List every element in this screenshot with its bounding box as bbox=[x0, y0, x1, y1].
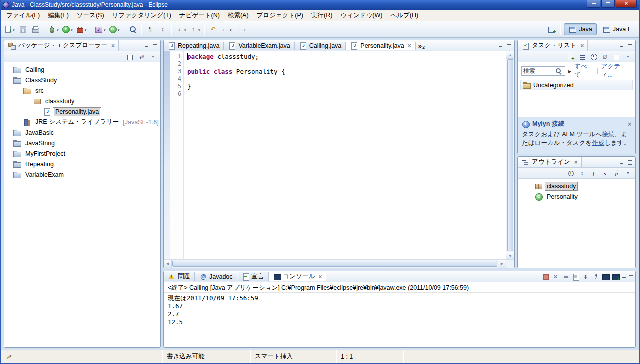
tree-item-jre-library[interactable]: JRE システム・ライブラリー[JavaSE-1.6] bbox=[4, 117, 160, 128]
last-edit-location-button[interactable] bbox=[208, 24, 220, 36]
view-menu-button[interactable] bbox=[624, 52, 633, 62]
menu-run[interactable]: 実行(R) bbox=[308, 10, 336, 22]
outline-tab[interactable]: アウトライン bbox=[518, 157, 582, 168]
minimize-editor-button[interactable] bbox=[498, 44, 504, 48]
forward-button[interactable] bbox=[234, 24, 248, 36]
minimize-view-button[interactable] bbox=[620, 160, 624, 165]
minimize-view-button[interactable] bbox=[622, 274, 627, 280]
scroll-down-arrow-icon[interactable] bbox=[506, 252, 514, 260]
focus-button[interactable] bbox=[566, 168, 576, 178]
tree-item-repeating[interactable]: Repeating bbox=[4, 159, 160, 170]
categorized-button[interactable] bbox=[578, 52, 587, 62]
close-view-icon[interactable] bbox=[580, 42, 584, 50]
console-view-tab-javadoc[interactable]: Javadoc bbox=[196, 273, 238, 281]
menu-refactor[interactable]: リファクタリング(T) bbox=[108, 10, 176, 22]
menu-edit[interactable]: 編集(E) bbox=[44, 10, 73, 22]
maximize-view-button[interactable] bbox=[628, 274, 634, 280]
code-area[interactable]: package classstudy; public class Persona… bbox=[184, 52, 506, 260]
scroll-left-arrow-icon[interactable] bbox=[164, 260, 172, 268]
new-task-button[interactable] bbox=[566, 52, 576, 62]
tree-item-variableexam[interactable]: VariableExam bbox=[4, 170, 160, 180]
task-search-box[interactable] bbox=[522, 66, 566, 76]
editor-vertical-scrollbar[interactable] bbox=[506, 52, 514, 260]
package-explorer-tab[interactable]: パッケージ・エクスプローラー bbox=[4, 40, 119, 51]
close-notification-icon[interactable] bbox=[628, 121, 632, 128]
perspective-java-ee[interactable]: Java E bbox=[598, 24, 636, 36]
display-console-button[interactable] bbox=[601, 272, 610, 282]
tree-item-personality-java[interactable]: Personality.java bbox=[4, 106, 160, 117]
clear-console-button[interactable] bbox=[571, 272, 580, 282]
close-view-icon[interactable] bbox=[574, 159, 578, 166]
maximize-window-button[interactable] bbox=[602, 0, 615, 8]
sort-button[interactable] bbox=[578, 168, 587, 178]
maximize-view-button[interactable] bbox=[152, 44, 158, 48]
scroll-lock-button[interactable] bbox=[581, 272, 590, 282]
run-button[interactable] bbox=[61, 24, 74, 36]
editor-tab-variableexam-java[interactable]: VariableExam.java bbox=[224, 42, 294, 50]
save-button[interactable] bbox=[17, 24, 29, 36]
console-output[interactable]: 現在は2011/10/09 17:56:591.672.712.5 bbox=[164, 293, 636, 348]
new-java-project-button[interactable] bbox=[94, 24, 108, 36]
close-tab-icon[interactable] bbox=[318, 274, 322, 280]
vertical-scrollbar-thumb[interactable] bbox=[508, 60, 514, 252]
hide-fields-button[interactable] bbox=[589, 168, 598, 178]
menu-navigate[interactable]: ナビゲート(N) bbox=[176, 10, 224, 22]
show-whitespace-button[interactable] bbox=[144, 24, 156, 36]
close-tab-icon[interactable] bbox=[408, 42, 412, 50]
editor-tab-personality-java[interactable]: Personality.java bbox=[346, 42, 416, 50]
new-class-button[interactable] bbox=[108, 24, 122, 36]
tree-item-javastring[interactable]: JavaString bbox=[4, 138, 160, 148]
tree-item-classstudy-project[interactable]: ClassStudy bbox=[4, 75, 160, 86]
connect-link[interactable]: 接続 bbox=[602, 131, 614, 138]
view-menu-button[interactable] bbox=[624, 168, 633, 178]
tree-item-src[interactable]: src bbox=[4, 86, 160, 96]
next-annotation-button[interactable] bbox=[174, 24, 188, 36]
tree-item-calling[interactable]: Calling bbox=[4, 64, 160, 75]
task-search-input[interactable] bbox=[524, 68, 554, 74]
terminate-button[interactable] bbox=[541, 272, 550, 282]
minimize-view-button[interactable] bbox=[620, 44, 624, 48]
remove-all-launches-button[interactable] bbox=[561, 272, 570, 282]
editor-tab-calling-java[interactable]: Calling.java bbox=[296, 42, 346, 50]
hide-static-button[interactable] bbox=[600, 168, 610, 178]
print-button[interactable] bbox=[30, 24, 42, 36]
editor-tab-overflow[interactable]: 2 bbox=[416, 40, 428, 51]
filter-all-link[interactable]: すべて bbox=[574, 62, 594, 80]
back-button[interactable] bbox=[220, 24, 234, 36]
view-menu-button[interactable] bbox=[148, 52, 158, 62]
debug-button[interactable] bbox=[47, 24, 60, 36]
remove-launch-button[interactable] bbox=[551, 272, 560, 282]
java-search-button[interactable] bbox=[127, 24, 139, 36]
create-link[interactable]: 作成 bbox=[592, 140, 604, 146]
close-view-icon[interactable] bbox=[112, 42, 115, 50]
filter-active-link[interactable]: アクティ... bbox=[602, 62, 632, 80]
outline-item-personality[interactable]: Personality bbox=[518, 192, 636, 202]
console-view-tab-declaration[interactable]: 宣言 bbox=[238, 272, 269, 281]
sort-button[interactable] bbox=[157, 24, 169, 36]
open-console-button[interactable] bbox=[611, 272, 620, 282]
deactivate-button[interactable] bbox=[600, 52, 610, 62]
maximize-editor-button[interactable] bbox=[506, 44, 512, 48]
collapse-all-button[interactable] bbox=[612, 52, 622, 62]
console-view-tab-problems[interactable]: 問題 bbox=[164, 272, 195, 281]
menu-source[interactable]: ソース(S) bbox=[73, 10, 108, 22]
outline-item-classstudy[interactable]: classstudy bbox=[518, 181, 636, 192]
editor-tab-repeating-java[interactable]: Repeating.java bbox=[164, 42, 224, 50]
console-view-tab-console[interactable]: コンソール bbox=[270, 272, 327, 281]
hide-non-public-button[interactable] bbox=[612, 168, 622, 178]
menu-help[interactable]: ヘルプ(H) bbox=[386, 10, 422, 22]
task-list-tab[interactable]: タスク・リスト bbox=[518, 40, 588, 51]
maximize-view-button[interactable] bbox=[628, 160, 632, 165]
open-perspective-button[interactable] bbox=[546, 24, 558, 36]
collapse-all-button[interactable] bbox=[126, 52, 135, 62]
perspective-java[interactable]: Java bbox=[564, 24, 596, 36]
external-tools-button[interactable] bbox=[75, 24, 88, 36]
pin-console-button[interactable] bbox=[591, 272, 600, 282]
task-category-row[interactable]: Uncategorized bbox=[520, 80, 633, 90]
menu-project[interactable]: プロジェクト(P) bbox=[253, 10, 308, 22]
tree-item-classstudy-package[interactable]: classstudy bbox=[4, 96, 160, 106]
maximize-view-button[interactable] bbox=[628, 44, 632, 48]
minimize-view-button[interactable] bbox=[144, 44, 150, 48]
tree-item-javabasic[interactable]: JavaBasic bbox=[4, 128, 160, 138]
horizontal-scrollbar-thumb[interactable] bbox=[172, 261, 498, 267]
